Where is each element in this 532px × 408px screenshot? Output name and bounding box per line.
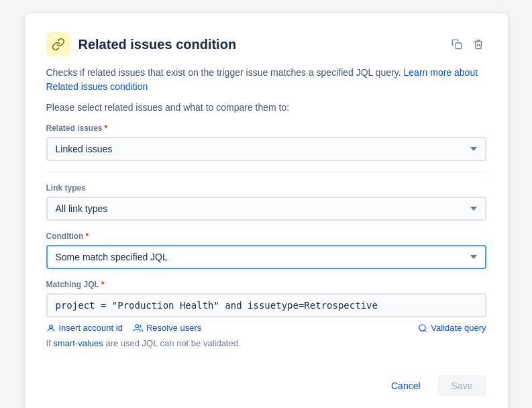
save-button[interactable]: Save: [438, 375, 486, 397]
matching-jql-group: Matching JQL * Insert account id Resolve…: [46, 280, 486, 348]
select-prompt: Please select related issues and what to…: [46, 102, 486, 113]
required-marker-3: *: [101, 280, 105, 289]
svg-point-3: [419, 324, 425, 330]
related-issues-condition-card: Related issues condition Checks if relat…: [25, 13, 508, 408]
smart-values-note: If smart-values are used JQL can not be …: [46, 338, 486, 348]
condition-group: Condition * Some match specified JQL All…: [46, 232, 486, 269]
svg-rect-0: [456, 43, 462, 49]
link-types-label: Link types: [46, 183, 486, 193]
header-actions: [449, 36, 486, 52]
card-footer: Cancel Save: [46, 364, 486, 397]
jql-input[interactable]: [46, 293, 486, 317]
cancel-button[interactable]: Cancel: [380, 375, 431, 397]
required-marker: *: [105, 123, 108, 133]
resolve-users-button[interactable]: Resolve users: [134, 323, 201, 333]
smart-values-link[interactable]: smart-values: [53, 338, 103, 348]
insert-account-id-button[interactable]: Insert account id: [46, 323, 123, 333]
copy-button[interactable]: [449, 36, 465, 52]
card-header: Related issues condition: [46, 32, 486, 56]
divider-1: [46, 172, 486, 172]
link-types-select[interactable]: All link types Blocks Clones Duplicates: [46, 197, 486, 221]
validate-query-button[interactable]: Validate query: [418, 323, 486, 333]
jql-actions: Insert account id Resolve users Validate…: [46, 323, 486, 333]
related-issues-label: Related issues *: [46, 123, 486, 133]
delete-button[interactable]: [470, 36, 486, 52]
condition-label: Condition *: [46, 232, 486, 241]
link-types-group: Link types All link types Blocks Clones …: [46, 183, 486, 221]
condition-select[interactable]: Some match specified JQL All match speci…: [46, 245, 486, 269]
condition-icon: [46, 32, 70, 56]
related-issues-group: Related issues * Linked issues Subtasks …: [46, 123, 486, 161]
related-issues-select[interactable]: Linked issues Subtasks Epic children: [46, 137, 486, 161]
svg-line-4: [425, 329, 427, 332]
page-title: Related issues condition: [78, 37, 441, 52]
svg-point-2: [136, 324, 139, 327]
svg-point-1: [49, 325, 52, 328]
matching-jql-label: Matching JQL *: [46, 280, 486, 289]
required-marker-2: *: [85, 232, 89, 241]
description-text: Checks if related issues that exist on t…: [46, 66, 486, 94]
